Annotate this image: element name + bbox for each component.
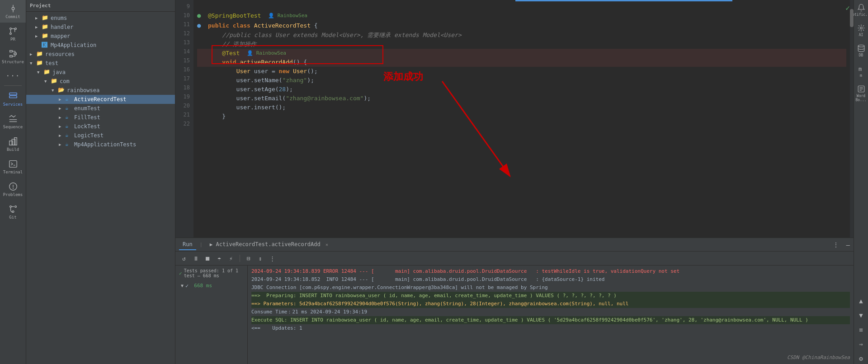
sort-button[interactable]: ↕ bbox=[255, 253, 265, 263]
stop-button[interactable]: ⏹ bbox=[203, 253, 212, 263]
log-line-5: ==> Parameters: 5d29a4bcaf6258f99242904d… bbox=[251, 300, 850, 308]
code-line-22 bbox=[197, 121, 846, 130]
tree-item-locktest[interactable]: ▶ ☕ LockTest bbox=[26, 122, 175, 131]
right-sidebar-wordbook[interactable]: Word Bo... bbox=[854, 83, 868, 104]
tree-item-com[interactable]: ▼ 📁 com bbox=[26, 77, 175, 86]
editor-scrollbar[interactable] bbox=[850, 0, 854, 238]
sidebar-item-pr[interactable]: PR bbox=[0, 23, 26, 45]
watermark: CSDN @ChinaRainbowSea bbox=[787, 355, 850, 360]
test-run-row: ▼ ✓ 668 ms bbox=[177, 281, 245, 290]
scroll-right-button[interactable]: ⇒ bbox=[857, 339, 864, 350]
stop-rerun-button[interactable]: ⏸ bbox=[191, 253, 201, 263]
tree-item-filltest[interactable]: ▶ ☕ FillTest bbox=[26, 113, 175, 122]
svg-rect-14 bbox=[9, 96, 17, 98]
editor-content[interactable]: 9 10 11 12 13 14 15 16 17 18 19 20 21 22 bbox=[175, 0, 854, 238]
run-toolbar: ↺ ⏸ ⏹ ☂ ⚡ ⊟ ↕ ⋮ bbox=[175, 252, 854, 266]
svg-point-27 bbox=[9, 206, 11, 208]
run-log: 2024-09-24 19:34:18.839 ERROR 12484 --- … bbox=[248, 266, 854, 364]
sidebar-item-more[interactable]: ··· bbox=[0, 68, 26, 84]
svg-rect-21 bbox=[14, 138, 17, 145]
tree-item-activerecordtest[interactable]: ▶ ☕ ActiveRecordTest bbox=[26, 95, 175, 104]
scroll-up-button[interactable]: ▲ bbox=[857, 295, 864, 306]
svg-rect-13 bbox=[9, 93, 17, 95]
tree-item-mp4apptests[interactable]: ▶ ☕ Mp4ApplicationTests bbox=[26, 140, 175, 149]
top-progress-bar bbox=[515, 0, 732, 1]
tree-item-enums[interactable]: ▶ 📁 enums bbox=[26, 14, 175, 23]
test-results-panel: ✓ Tests passed: 1 of 1 test – 668 ms ▼ ✓… bbox=[175, 266, 248, 364]
right-sidebar-ai[interactable]: AI bbox=[854, 22, 868, 39]
tree-item-java[interactable]: ▼ 📁 java bbox=[26, 68, 175, 77]
tree-item-resources[interactable]: ▶ 📁 resources bbox=[26, 50, 175, 59]
code-line-13: // 添加操作 bbox=[197, 40, 846, 49]
run-panel-settings[interactable]: ⋮ bbox=[833, 241, 839, 248]
run-content: ✓ Tests passed: 1 of 1 test – 668 ms ▼ ✓… bbox=[175, 266, 854, 364]
tree-item-enumtest[interactable]: ▶ ☕ enumTest bbox=[26, 104, 175, 113]
log-line-6: Consume Time：21 ms 2024-09-24 19:34:19 bbox=[251, 308, 850, 316]
svg-point-32 bbox=[860, 27, 862, 29]
svg-rect-19 bbox=[9, 141, 12, 145]
code-line-17: user.setName("zhang"); bbox=[197, 76, 846, 85]
right-sidebar: Notific... AI DB m m Word Bo... ▲ ▼ ≡ ⇒ … bbox=[854, 0, 868, 364]
code-line-21: } bbox=[197, 112, 846, 121]
sidebar-item-sequence[interactable]: Sequence bbox=[0, 110, 26, 133]
project-header: Project bbox=[26, 0, 175, 12]
right-sidebar-notifications[interactable]: Notific... bbox=[854, 2, 868, 19]
rerun-button[interactable]: ↺ bbox=[179, 253, 189, 263]
code-line-20: user.insert(); bbox=[197, 103, 846, 112]
svg-point-28 bbox=[14, 206, 16, 208]
run-tab-activerecord[interactable]: ▶ ActiveRecordTest.activeRecordAdd ✕ bbox=[206, 239, 332, 250]
left-sidebar: Commit PR Structure ··· Services Sequenc… bbox=[0, 0, 26, 364]
main-area: 9 10 11 12 13 14 15 16 17 18 19 20 21 22 bbox=[175, 0, 854, 364]
tree-item-mp4app[interactable]: 🅺 Mp4Application bbox=[26, 41, 175, 50]
tree-item-mapper[interactable]: ▶ 📁 mapper bbox=[26, 32, 175, 41]
more-button[interactable]: ⋮ bbox=[267, 253, 277, 263]
code-line-18: user.setAge(28); bbox=[197, 85, 846, 94]
tree-item-logictest[interactable]: ▶ ☕ LogicTest bbox=[26, 131, 175, 140]
svg-rect-6 bbox=[9, 51, 12, 52]
log-line-7: Execute SQL: INSERT INTO rainbowsea_user… bbox=[251, 316, 850, 324]
right-sidebar-maven[interactable]: m m bbox=[854, 63, 868, 79]
sidebar-item-problems[interactable]: Problems bbox=[0, 178, 26, 201]
code-line-15: void activeRecordAdd() { bbox=[197, 58, 846, 67]
svg-point-3 bbox=[9, 28, 11, 30]
sidebar-item-commit[interactable]: Commit bbox=[0, 0, 26, 23]
run-panel-minimize[interactable]: — bbox=[846, 241, 850, 248]
filter-button[interactable]: ⊟ bbox=[244, 253, 254, 263]
code-line-9 bbox=[197, 2, 846, 11]
code-line-16: User user = new User(); bbox=[197, 67, 846, 76]
right-sidebar-db[interactable]: DB bbox=[854, 42, 868, 59]
code-line-11: ● public class ActiveRecordTest { bbox=[197, 21, 846, 31]
svg-point-33 bbox=[858, 45, 864, 47]
svg-point-4 bbox=[9, 33, 11, 35]
sidebar-item-build[interactable]: Build bbox=[0, 133, 26, 155]
file-tree[interactable]: ▶ 📁 enums ▶ 📁 handler ▶ 📁 mapper 🅺 Mp4Ap… bbox=[26, 12, 175, 364]
svg-rect-20 bbox=[12, 139, 15, 145]
run-tab-run[interactable]: Run bbox=[179, 239, 196, 250]
log-line-8: <== Updates: 1 bbox=[251, 324, 850, 332]
scroll-down-button[interactable]: ▼ bbox=[857, 310, 864, 321]
coverage-button[interactable]: ☂ bbox=[214, 253, 224, 263]
run-settings-button[interactable]: ⚙ bbox=[857, 353, 864, 364]
project-panel: Project ▶ 📁 enums ▶ 📁 handler ▶ 📁 mapper bbox=[26, 0, 175, 364]
log-line-4: ==> Preparing: INSERT INTO rainbowsea_us… bbox=[251, 292, 850, 300]
code-editor[interactable]: ● @SpringBootTest 👤 RainbowSea ● public … bbox=[193, 0, 850, 238]
tree-item-rainbowsea[interactable]: ▼ 📂 rainbowsea bbox=[26, 86, 175, 95]
profile-button[interactable]: ⚡ bbox=[226, 253, 236, 263]
log-line-1: 2024-09-24 19:34:18.839 ERROR 12484 --- … bbox=[251, 267, 850, 275]
sidebar-item-git[interactable]: Git bbox=[0, 201, 26, 223]
editor-area: 9 10 11 12 13 14 15 16 17 18 19 20 21 22 bbox=[175, 0, 854, 238]
sidebar-item-services[interactable]: Services bbox=[0, 88, 26, 110]
tree-item-handler[interactable]: ▶ 📁 handler bbox=[26, 23, 175, 32]
success-text: 添加成功 bbox=[383, 72, 423, 81]
close-tab-icon[interactable]: ✕ bbox=[326, 242, 328, 247]
sidebar-item-structure[interactable]: Structure bbox=[0, 45, 26, 68]
scroll-left-button[interactable]: ≡ bbox=[857, 324, 864, 335]
check-top-right: ✓ bbox=[845, 4, 850, 12]
scrollbar-thumb[interactable] bbox=[850, 9, 854, 27]
log-line-2: 2024-09-24 19:34:18.852 INFO 12484 --- [… bbox=[251, 275, 850, 284]
svg-rect-7 bbox=[9, 56, 12, 57]
tree-item-test[interactable]: ▼ 📁 test bbox=[26, 59, 175, 68]
code-line-19: user.setEmail("zhang@rainbowsea.com"); bbox=[197, 94, 846, 103]
sidebar-item-terminal[interactable]: Terminal bbox=[0, 155, 26, 178]
run-panel: Run | ▶ ActiveRecordTest.activeRecordAdd… bbox=[175, 238, 854, 364]
